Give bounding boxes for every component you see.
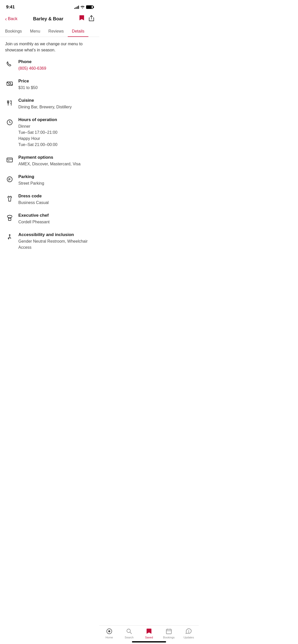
cuisine-info: Cuisine Dining Bar, Brewery, Distillery xyxy=(18,98,94,110)
dress-icon xyxy=(5,194,14,203)
status-bar: 9:41 xyxy=(0,0,99,13)
detail-row-price: Price $31 to $50 xyxy=(5,79,94,91)
battery-icon xyxy=(86,5,93,9)
svg-point-15 xyxy=(9,235,10,236)
page-title: Barley & Boar xyxy=(17,16,79,22)
accessibility-info: Accessibility and inclusion Gender Neutr… xyxy=(18,232,94,251)
detail-row-cuisine: Cuisine Dining Bar, Brewery, Distillery xyxy=(5,98,94,110)
detail-row-accessibility: Accessibility and inclusion Gender Neutr… xyxy=(5,232,94,251)
cuisine-label: Cuisine xyxy=(18,98,94,103)
price-label: Price xyxy=(18,79,94,84)
dresscode-label: Dress code xyxy=(18,194,94,199)
tab-bookings[interactable]: Bookings xyxy=(5,26,26,37)
detail-row-chef: Executive chef Cordell Pheasant xyxy=(5,213,94,225)
status-icons xyxy=(74,5,93,9)
accessibility-value: Gender Neutral Restroom, Wheelchair Acce… xyxy=(18,238,94,251)
wifi-icon xyxy=(80,5,85,9)
svg-rect-7 xyxy=(7,158,12,162)
nav-actions xyxy=(79,15,94,23)
phone-label: Phone xyxy=(18,59,94,64)
price-value: $31 to $50 xyxy=(18,85,94,91)
tab-reviews[interactable]: Reviews xyxy=(44,26,68,37)
tab-menu[interactable]: Menu xyxy=(26,26,44,37)
back-label: Back xyxy=(8,16,18,21)
phone-info: Phone (805) 460-6369 xyxy=(18,59,94,71)
bookmark-icon[interactable] xyxy=(79,15,85,23)
detail-row-dresscode: Dress code Business Casual xyxy=(5,194,94,206)
clock-icon xyxy=(5,118,14,127)
parking-label: Parking xyxy=(18,174,94,179)
svg-rect-13 xyxy=(8,217,11,221)
detail-row-payment: Payment options AMEX, Discover, Masterca… xyxy=(5,155,94,167)
status-time: 9:41 xyxy=(6,5,15,10)
hours-info: Hours of operation Dinner Tue–Sat 17:00–… xyxy=(18,117,94,148)
detail-row-phone: Phone (805) 460-6369 xyxy=(5,59,94,71)
chef-icon xyxy=(5,213,14,223)
tabs: Bookings Menu Reviews Details xyxy=(0,26,99,37)
detail-row-parking: P Parking Street Parking xyxy=(5,174,94,186)
svg-point-2 xyxy=(7,82,8,83)
hours-label: Hours of operation xyxy=(18,117,94,122)
signal-icon xyxy=(74,5,79,9)
svg-rect-1 xyxy=(9,83,11,84)
svg-point-3 xyxy=(12,84,12,85)
price-icon xyxy=(5,79,14,88)
chef-value: Cordell Pheasant xyxy=(18,219,94,225)
back-button[interactable]: ‹ Back xyxy=(5,16,17,21)
payment-icon xyxy=(5,155,14,165)
chef-info: Executive chef Cordell Pheasant xyxy=(18,213,94,225)
accessibility-label: Accessibility and inclusion xyxy=(18,232,94,237)
parking-info: Parking Street Parking xyxy=(18,174,94,186)
phone-value[interactable]: (805) 460-6369 xyxy=(18,65,94,71)
cuisine-icon xyxy=(5,98,14,108)
svg-text:P: P xyxy=(8,178,10,181)
payment-value: AMEX, Discover, Mastercard, Visa xyxy=(18,161,94,167)
dresscode-value: Business Casual xyxy=(18,200,94,206)
parking-value: Street Parking xyxy=(18,180,94,186)
parking-icon: P xyxy=(5,175,14,184)
phone-icon xyxy=(5,60,14,69)
price-info: Price $31 to $50 xyxy=(18,79,94,91)
payment-label: Payment options xyxy=(18,155,94,160)
detail-row-hours: Hours of operation Dinner Tue–Sat 17:00–… xyxy=(5,117,94,148)
back-chevron-icon: ‹ xyxy=(5,16,7,21)
nav-bar: ‹ Back Barley & Boar xyxy=(0,13,99,26)
share-icon[interactable] xyxy=(89,15,94,23)
intro-text: Join us monthly as we change our menu to… xyxy=(5,41,94,53)
cuisine-value: Dining Bar, Brewery, Distillery xyxy=(18,104,94,110)
payment-info: Payment options AMEX, Discover, Masterca… xyxy=(18,155,94,167)
details-content: Join us monthly as we change our menu to… xyxy=(0,37,99,283)
chef-label: Executive chef xyxy=(18,213,94,218)
dresscode-info: Dress code Business Casual xyxy=(18,194,94,206)
accessibility-icon xyxy=(5,233,14,242)
hours-value: Dinner Tue–Sat 17:00–21:00 Happy Hour Tu… xyxy=(18,123,94,148)
tab-details[interactable]: Details xyxy=(68,26,88,37)
